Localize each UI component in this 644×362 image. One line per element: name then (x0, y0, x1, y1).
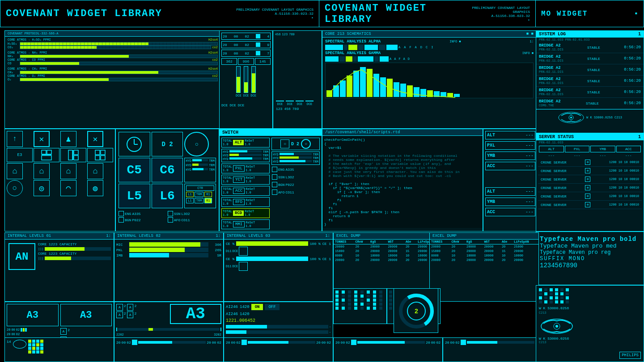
d2-label: D 2 (152, 132, 183, 156)
label-h2so4: CORE ATMOS - H₂SO₄ PPMI (8, 38, 51, 42)
capacity-label: CORE 1223 CAPACITY (38, 242, 111, 246)
acc-btn[interactable]: ACC (233, 188, 245, 194)
internal-levels-02-panel: INTERNAL LEVELS 02 1: MIC 306 PKL 265 IM… (114, 232, 224, 302)
large-sliders-panel: 456123789 DCE DCE DCE DCE (273, 30, 322, 129)
off-toggle[interactable]: OFF (265, 304, 279, 310)
btn-arrow-up[interactable]: ↑ (7, 131, 23, 147)
switch-title: SWITCH (222, 130, 238, 135)
typeface-digits: 1234567890 (540, 262, 640, 269)
server-row-6: CRONE SERVER ⊞ 1200 10 10 00010 (538, 201, 642, 209)
trm-btn[interactable]: TRM (195, 192, 204, 197)
c5c6-panel: D 2 ○ C5 C6 HYD TRM HYD TRM (115, 129, 219, 232)
label-ch4: CORE ATMOS - CH₄ PPMI (8, 67, 47, 71)
int-levels-03-title: INTERNAL LEVELS 03 (227, 234, 270, 238)
btn-x1[interactable]: ✕ (34, 131, 50, 147)
on-toggle[interactable]: ON (251, 304, 263, 310)
btn-arc1[interactable]: ◠ (60, 180, 76, 196)
typeface-bold: Typeface Maven pro bold (540, 236, 640, 243)
log-row-4: BRIDGE A2 PRN-02.11.DIS STABLE 0:56:20 (536, 76, 644, 87)
typeface-med: Typeface Maven pro med (540, 243, 640, 249)
trm-btn2[interactable]: TRM (195, 198, 204, 203)
ruler-panel-4: 200002 200002 (333, 337, 443, 362)
server-status-panel: SERVER STATUS 1 PRN-02.11.033 ALT PXL YM… (536, 133, 644, 232)
alt-btn[interactable]: ALT (233, 140, 244, 145)
btn-split-h[interactable] (34, 148, 59, 162)
btn-split-v[interactable] (60, 148, 86, 162)
svg-point-17 (570, 117, 572, 118)
table-row: 200002020000200002020000 (334, 258, 442, 262)
bottom-right-panel: W K S3000.0256 C213 W K S3000.0256 C213 … (536, 285, 644, 362)
circle-switch[interactable]: ○ (301, 139, 311, 149)
chart-overlay-svg (326, 63, 533, 98)
excel-dump-2-panel: EXCEL DUMP TONNES CReW KgS WGT AGe LiFeS… (429, 232, 539, 302)
a3-btn-2[interactable]: A3 (60, 304, 112, 326)
pkx-val: 265 (210, 248, 221, 252)
label-nh3: CORE ATMOS - NH₃ PPMI (8, 51, 47, 55)
label-e3: E3 (7, 148, 33, 162)
spectral-gamma-label: SPECTRAL ANALYSIS GAMMA (325, 51, 381, 55)
btn-gauge1[interactable]: ◍ (87, 180, 103, 196)
svg-text:2: 2 (415, 308, 418, 315)
btn-hat1[interactable]: ⌂ (7, 163, 23, 179)
l1-btn[interactable]: L1 (186, 192, 193, 197)
table-row: 200002020000200002020000 (334, 244, 442, 249)
yct-btn[interactable]: YCT (233, 177, 245, 183)
a3-btn-1[interactable]: A3 (7, 304, 59, 326)
core-213-title: CORE 213 SCHEMATICS (325, 32, 371, 36)
table-row: 80001010000100001010000 (430, 253, 538, 258)
svg-rect-11 (101, 156, 105, 160)
btn-hat4[interactable]: ⌂ (87, 163, 103, 179)
system-log-title: SYSTEM LOG (539, 32, 566, 37)
topbar-right-sub2: A-51156-336-023-32 (462, 14, 530, 18)
svg-rect-1 (42, 150, 46, 154)
btn-large-circle[interactable]: ○ (184, 132, 209, 156)
pxl-btn[interactable]: PXL (233, 165, 245, 172)
eagle-logo-2 (539, 317, 575, 335)
btn-grid-4[interactable] (87, 148, 113, 162)
btn-clock[interactable] (119, 132, 150, 156)
label-co: CORE ATMOS - CO PPMI (8, 58, 45, 62)
btn-c6[interactable]: C6 (152, 158, 183, 182)
server-row-5: CRONE SERVER ⊞ 1200 10 10 00010 (538, 192, 642, 201)
widget-buttons-panel: ↑ ✕ ♟ ✕ E3 ⌂ ⌂ ⌂ ⌂ ○ ◎ ◠ ◍ (4, 129, 115, 232)
topbar-right-title: COVENANT WIDGET LIBRARY (325, 3, 462, 25)
philips-badge: PHILIPS (619, 352, 641, 359)
mmi-btn[interactable]: MMI (233, 221, 245, 227)
topbar-left-title: COVENANT WIDGET LIBRARY (6, 8, 162, 19)
mo-widget-title: MO WIDGET (541, 10, 588, 18)
btn-hat2[interactable]: ⌂ (34, 163, 50, 179)
gauge-svg: 2 (394, 289, 439, 333)
table-row: 200002020000200002020000 (430, 258, 538, 262)
table-row: 200002020000200002025000 (430, 244, 538, 249)
terminal-content: checkForCmdInPath() { var=$1 # The varia… (322, 136, 483, 228)
typeface-mono: SUFFIX MONO (540, 256, 640, 262)
ruler-panel-1: 14 (4, 337, 114, 362)
excel-table-1: TONNES CReW KgS WGT AGe LiFeSpAN 2000020… (334, 240, 442, 262)
excel-dump-2-title: EXCEL DUMP (432, 234, 457, 238)
svg-rect-10 (95, 156, 100, 160)
a3-large-btn[interactable]: A3 (170, 304, 222, 324)
r1-btn2[interactable]: R1 (204, 198, 212, 203)
excel-dump-1-title: EXCEL DUMP (336, 234, 360, 238)
server-status-title: SERVER STATUS (539, 135, 574, 139)
btn-hat3[interactable]: ⌂ (60, 163, 76, 179)
btn-circle1[interactable]: ○ (7, 180, 23, 196)
a-btn[interactable]: A (60, 328, 67, 335)
d2-btn-switch[interactable]: ○ (280, 139, 289, 148)
switch-panel: SWITCH TOTAL1.0 ALT ReSeT1.0 HYD TRM HYD (219, 129, 322, 232)
btn-x2[interactable]: ✕ (87, 131, 103, 147)
typeface-reg: Typeface Maven pro reg (540, 249, 640, 256)
radial-gauge-panel: 2 (394, 288, 438, 333)
btn-l5[interactable]: L5 (119, 184, 150, 208)
rfd-btn[interactable]: RFD (233, 199, 245, 205)
btn-l6[interactable]: L6 (152, 184, 183, 208)
l1-btn2[interactable]: L1 (186, 198, 193, 203)
rcd-btn[interactable]: RCD (233, 210, 244, 216)
dot-grid-panel-1 (333, 288, 387, 324)
mo-widget-bar: MO WIDGET ▪ (536, 0, 644, 27)
btn-dial1[interactable]: ◎ (34, 180, 50, 196)
table-row: 150002020000200001520000 (430, 249, 538, 253)
r1-btn[interactable]: R1 (204, 192, 212, 197)
btn-c5[interactable]: C5 (119, 158, 150, 182)
btn-person[interactable]: ♟ (60, 131, 76, 147)
